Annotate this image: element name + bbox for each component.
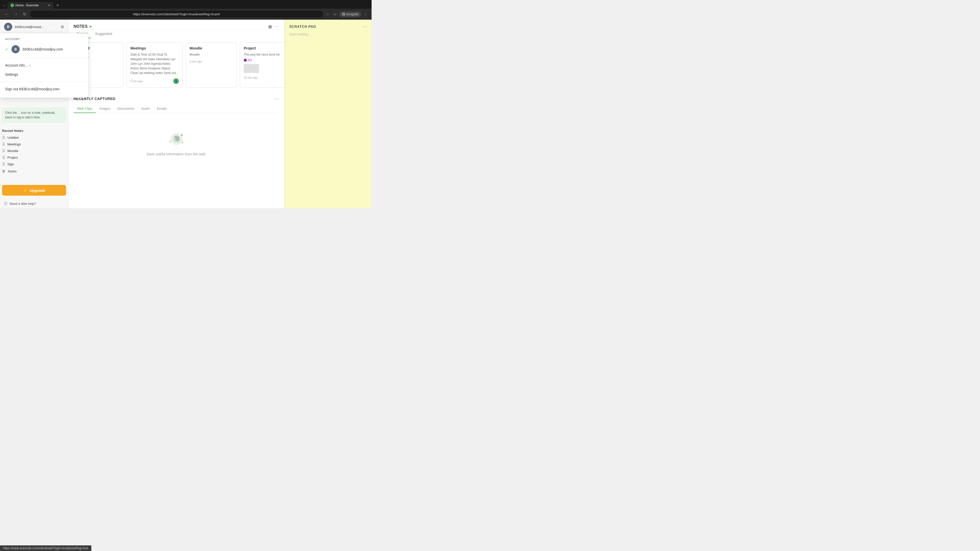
note-card-body: Moodie bbox=[189, 52, 233, 57]
tab-label: Home - Evernote bbox=[16, 3, 39, 7]
svg-text:★: ★ bbox=[181, 141, 183, 144]
tab-close-button[interactable]: ✕ bbox=[48, 3, 50, 7]
tab-suggested-label: Suggested bbox=[95, 32, 112, 36]
gear-icon[interactable]: ⚙ bbox=[60, 24, 64, 29]
capture-tab-emails-label: Emails bbox=[157, 106, 167, 110]
note-card-body: Date & Time 12:00 Goal To delegate the t… bbox=[130, 52, 179, 75]
upgrade-icon: ⚡ bbox=[23, 188, 28, 192]
note-icon: ☰ bbox=[2, 142, 5, 146]
help-footer[interactable]: ⓘ Need a little help? bbox=[0, 199, 68, 208]
recent-note-moodie[interactable]: ☰ Moodie bbox=[0, 148, 68, 154]
cursor-indicator: ↙ bbox=[29, 64, 31, 67]
account-section-label: ACCOUNT bbox=[0, 38, 88, 43]
note-card-footer: 10 min ago bbox=[244, 76, 285, 79]
capture-tab-images-label: Images bbox=[99, 106, 110, 110]
capture-tab-emails[interactable]: Emails bbox=[153, 105, 170, 113]
main-content: NOTES ➤ ▣ ⋯ Recent Suggested bbox=[68, 20, 372, 208]
recent-notes-section-title: Recent Notes bbox=[0, 127, 68, 134]
note-card-time: 10 min ago bbox=[244, 76, 258, 79]
note-card-meetings[interactable]: Meetings Date & Time 12:00 Goal To deleg… bbox=[127, 42, 183, 88]
sidebar-item-notes[interactable]: 🖹 Notes bbox=[0, 167, 68, 175]
note-card-moodie[interactable]: Moodie Moodie 8 min ago bbox=[186, 42, 237, 88]
tab-prev-button[interactable]: ‹ bbox=[2, 2, 6, 8]
recent-notes-list: ☰ Untitled ☰ Meetings ☰ Moodie ☰ Project… bbox=[0, 134, 68, 167]
upgrade-button[interactable]: ⚡ Upgrade bbox=[2, 185, 66, 196]
note-card-time: 5 min ago bbox=[130, 79, 143, 83]
scratch-pad-header: SCRATCH PAD ⋯ bbox=[285, 20, 372, 32]
capture-tabs: Web Clips Images Documents Audio Emails bbox=[73, 105, 280, 113]
note-card-footer: 8 min ago bbox=[189, 60, 233, 63]
menu-icon[interactable]: ⋮ bbox=[363, 11, 369, 17]
capture-tab-audio[interactable]: Audio bbox=[138, 105, 153, 113]
note-icon: ☰ bbox=[2, 162, 5, 166]
sidebar-body: Click the ... icon on a note, notebook, … bbox=[0, 105, 68, 182]
note-card-title: Meetings bbox=[130, 46, 179, 50]
incognito-icon: 🆧 bbox=[342, 13, 345, 16]
scratch-pad-title: SCRATCH PAD bbox=[289, 24, 316, 29]
incognito-button[interactable]: 🆧 Incognito bbox=[339, 11, 361, 17]
capture-tab-images[interactable]: Images bbox=[96, 105, 114, 113]
capture-tab-documents[interactable]: Documents bbox=[114, 105, 138, 113]
split-view-icon[interactable]: ▭ bbox=[332, 11, 337, 17]
back-button[interactable]: ← bbox=[3, 11, 10, 17]
scratch-pad-more-icon[interactable]: ⋯ bbox=[363, 24, 368, 29]
tab-suggested[interactable]: Suggested bbox=[92, 30, 115, 38]
note-icon: ☰ bbox=[2, 156, 5, 159]
notes-arrow-icon: ➤ bbox=[89, 24, 92, 29]
active-tab[interactable]: Home - Evernote ✕ bbox=[7, 2, 53, 9]
account-info-item[interactable]: Account info... ↙ bbox=[0, 61, 88, 70]
sidebar-header[interactable]: B b93b1c4d@mood... ⚙ bbox=[0, 20, 68, 34]
account-dropdown: ACCOUNT ✓ B b93b1c4d@moodjoy.com Account… bbox=[0, 33, 88, 98]
settings-label: Settings bbox=[5, 73, 18, 76]
recently-captured-more-icon[interactable]: ⋯ bbox=[274, 96, 280, 102]
empty-state-illustration: 🐘 ★ ✓ ★ bbox=[166, 127, 187, 148]
note-icon: ☰ bbox=[2, 135, 5, 140]
note-card-time: 8 min ago bbox=[189, 60, 202, 63]
upgrade-label: Upgrade bbox=[30, 188, 45, 192]
forward-button[interactable]: → bbox=[12, 11, 19, 17]
recent-note-sign[interactable]: ☰ Sign bbox=[0, 161, 68, 167]
empty-state: 🐘 ★ ✓ ★ Save useful information from the… bbox=[73, 118, 280, 166]
signout-item[interactable]: Sign out b93b1c4d@moodjoy.com bbox=[0, 84, 88, 94]
notes-title: NOTES ➤ bbox=[73, 24, 92, 29]
capture-tab-webclips[interactable]: Web Clips bbox=[73, 105, 96, 113]
notes-more-icon[interactable]: ⋯ bbox=[274, 24, 280, 29]
scratch-pad-placeholder: Start writing... bbox=[289, 32, 311, 36]
avatar: B bbox=[4, 23, 12, 31]
note-label-sign: Sign bbox=[7, 162, 14, 166]
scratch-pad-body[interactable]: Start writing... bbox=[285, 32, 372, 208]
new-tab-button[interactable]: + bbox=[54, 3, 61, 8]
recent-note-untitled[interactable]: ☰ Untitled bbox=[0, 134, 68, 141]
help-box-text: Click the ... icon on a note, notebook, … bbox=[5, 111, 56, 119]
bookmark-icon[interactable]: ☆ bbox=[325, 11, 330, 17]
address-bar[interactable] bbox=[30, 11, 323, 17]
notes-nav-label: Notes bbox=[8, 169, 17, 173]
capture-tab-webclips-label: Web Clips bbox=[77, 106, 92, 110]
reload-button[interactable]: ↻ bbox=[21, 11, 28, 17]
tab-bar: ‹ Home - Evernote ✕ + bbox=[0, 0, 372, 9]
note-label-meetings: Meetings bbox=[7, 142, 21, 146]
note-card-thumbnail bbox=[244, 64, 259, 73]
progress-row: 0/1 bbox=[244, 59, 285, 62]
svg-text:✓: ✓ bbox=[169, 141, 171, 143]
progress-label: 0/1 bbox=[248, 59, 252, 62]
section-header: RECENTLY CAPTURED ⋯ bbox=[73, 96, 280, 102]
sidebar-email: b93b1c4d@mood... bbox=[15, 25, 58, 29]
tab-favicon bbox=[11, 3, 14, 7]
notes-title-text: NOTES bbox=[73, 24, 88, 29]
note-card-avatar: 👤 bbox=[173, 78, 179, 84]
notes-panel: NOTES ➤ ▣ ⋯ Recent Suggested bbox=[68, 20, 285, 208]
account-email: b93b1c4d@moodjoy.com bbox=[23, 47, 63, 51]
check-icon: ✓ bbox=[5, 47, 8, 52]
note-label-project: Project bbox=[7, 156, 18, 159]
account-user-row: ✓ B b93b1c4d@moodjoy.com bbox=[0, 43, 88, 56]
note-card-footer: 5 min ago 👤 bbox=[130, 78, 179, 84]
progress-dot bbox=[244, 59, 247, 62]
sidebar: B b93b1c4d@mood... ⚙ ACCOUNT ✓ B b93b1c4… bbox=[0, 20, 68, 208]
notes-layout-icon[interactable]: ▣ bbox=[268, 24, 272, 29]
recent-note-meetings[interactable]: ☰ Meetings bbox=[0, 141, 68, 148]
recent-note-project[interactable]: ☰ Project bbox=[0, 154, 68, 161]
note-card-project[interactable]: Project This proj the nece tions for 0/1… bbox=[240, 42, 285, 88]
settings-item[interactable]: Settings bbox=[0, 70, 88, 79]
help-footer-label: Need a little help? bbox=[10, 202, 36, 206]
